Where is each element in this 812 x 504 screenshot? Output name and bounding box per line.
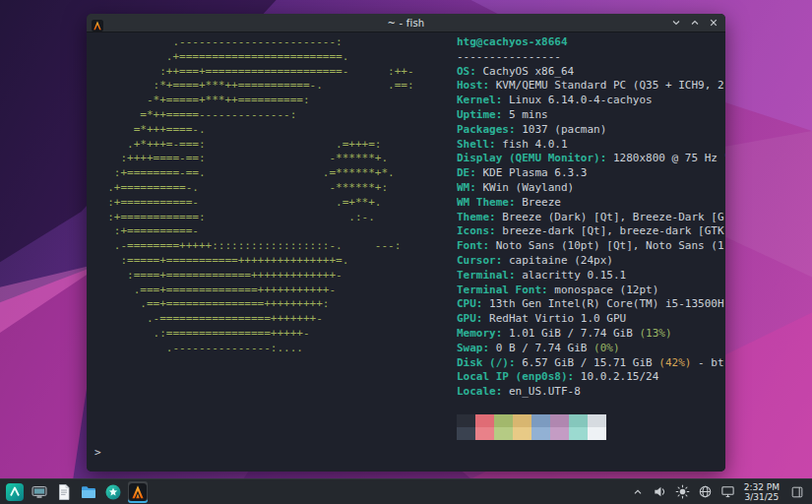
- palette-swatch: [531, 414, 550, 427]
- cachyos-ascii-logo: .------------------------: .+===========…: [94, 35, 457, 356]
- system-monitor-button[interactable]: [30, 481, 49, 503]
- fetch-line: WM: KWin (Wayland): [457, 181, 725, 196]
- app-launcher-button[interactable]: [5, 481, 25, 503]
- software-center-icon: [104, 483, 122, 501]
- fetch-line: Memory: 1.01 GiB / 7.74 GiB (13%): [457, 327, 725, 342]
- display-icon: [720, 484, 735, 499]
- palette-swatch: [550, 414, 569, 427]
- close-icon: [708, 17, 719, 29]
- palette-swatch: [550, 427, 569, 440]
- network-icon: [698, 484, 713, 499]
- fetch-line: CPU: 13th Gen Intel(R) Core(TM) i5-13500…: [457, 297, 725, 312]
- show-desktop-icon: [790, 485, 804, 499]
- fetch-line: Terminal: alacritty 0.15.1: [457, 269, 725, 284]
- file-manager-button[interactable]: [79, 481, 98, 503]
- fetch-line: Display (QEMU Monitor): 1280x800 @ 75 Hz…: [457, 152, 725, 166]
- chevron-down-icon: [670, 17, 682, 29]
- fetch-line: Host: KVM/QEMU Standard PC (Q35 + ICH9, …: [457, 79, 725, 94]
- text-editor-button[interactable]: [54, 481, 74, 503]
- close-button[interactable]: [708, 17, 719, 29]
- software-center-button[interactable]: [103, 481, 123, 503]
- palette-row1: [457, 414, 725, 427]
- fetch-line: DE: KDE Plasma 6.3.3: [457, 166, 725, 181]
- display-settings-button[interactable]: [720, 484, 736, 500]
- palette-swatch: [569, 414, 588, 427]
- palette-swatch: [494, 414, 513, 427]
- taskbar-launchers: [5, 481, 148, 503]
- show-desktop-button[interactable]: [789, 484, 805, 500]
- alacritty-task-icon: [129, 483, 147, 501]
- chevron-up-icon: [689, 17, 701, 29]
- folder-icon: [80, 483, 97, 501]
- window-controls: [670, 14, 719, 32]
- document-icon: [55, 483, 73, 501]
- palette-swatch: [513, 427, 531, 440]
- fetch-line: OS: CachyOS x86_64: [457, 65, 725, 80]
- palette-swatch: [531, 427, 550, 440]
- fetch-line: Theme: Breeze (Dark) [Qt], Breeze-Dark […: [457, 211, 725, 225]
- palette-swatch: [475, 414, 494, 427]
- fetch-line: Disk (/): 6.57 GiB / 15.71 GiB (42%) - b…: [457, 356, 725, 371]
- palette-swatch: [475, 427, 494, 440]
- fetch-line: Swap: 0 B / 7.74 GiB (0%): [457, 342, 725, 356]
- clock[interactable]: 2:32 PM 3/31/25: [744, 482, 780, 502]
- system-monitor-icon: [31, 483, 48, 501]
- palette-swatch: [569, 427, 588, 440]
- tray-expander-button[interactable]: [630, 484, 646, 500]
- fetch-line: Cursor: capitaine (24px): [457, 254, 725, 269]
- color-palette: [457, 414, 725, 440]
- fetch-line: ----------------: [457, 50, 725, 65]
- network-button[interactable]: [698, 484, 714, 500]
- volume-icon: [653, 484, 667, 499]
- taskbar: 2:32 PM 3/31/25: [0, 478, 812, 504]
- palette-swatch: [513, 414, 531, 427]
- shell-prompt: >: [94, 446, 101, 459]
- palette-swatch: [457, 427, 475, 440]
- alacritty-window-icon: [92, 17, 103, 29]
- fetch-line: Shell: fish 4.0.1: [457, 138, 725, 153]
- fetch-line: Local IP (enp0s8): 10.0.2.15/24: [457, 370, 725, 385]
- system-info: htg@cachyos-x8664----------------OS: Cac…: [457, 35, 725, 440]
- palette-swatch: [494, 427, 513, 440]
- prompt-line: >: [94, 446, 725, 461]
- window-titlebar[interactable]: ~ - fish: [87, 14, 725, 32]
- alacritty-task-button[interactable]: [128, 481, 148, 503]
- fetch-line: Font: Noto Sans (10pt) [Qt], Noto Sans (…: [457, 239, 725, 254]
- clock-date: 3/31/25: [744, 492, 780, 502]
- fetch-line: Kernel: Linux 6.14.0-4-cachyos: [457, 94, 725, 108]
- fetch-line: GPU: RedHat Virtio 1.0 GPU: [457, 312, 725, 327]
- volume-button[interactable]: [653, 484, 668, 500]
- fetch-line: Terminal Font: monospace (12pt): [457, 284, 725, 298]
- fetch-line: Icons: breeze-dark [Qt], breeze-dark [GT…: [457, 224, 725, 239]
- fetch-line: Uptime: 5 mins: [457, 108, 725, 123]
- fetch-line: WM Theme: Breeze: [457, 196, 725, 211]
- minimize-button[interactable]: [670, 17, 682, 29]
- fetch-line: Locale: en_US.UTF-8: [457, 385, 725, 400]
- terminal-window: ~ - fish .------------------------: .+==…: [87, 14, 725, 472]
- terminal-content[interactable]: .------------------------: .+===========…: [87, 32, 725, 472]
- maximize-button[interactable]: [689, 17, 701, 29]
- clock-time: 2:32 PM: [744, 482, 780, 492]
- app-launcher-icon: [6, 483, 24, 501]
- fastfetch-output: .------------------------: .+===========…: [94, 35, 725, 440]
- window-title: ~ - fish: [87, 18, 725, 29]
- chevron-up-icon: [631, 485, 645, 499]
- brightness-icon: [675, 484, 690, 499]
- fetch-lines: htg@cachyos-x8664----------------OS: Cac…: [457, 35, 725, 400]
- palette-swatch: [588, 414, 606, 427]
- fetch-line: htg@cachyos-x8664: [457, 35, 725, 50]
- palette-row2: [457, 427, 725, 440]
- system-tray: [630, 484, 736, 500]
- fetch-line: Packages: 1037 (pacman): [457, 123, 725, 138]
- palette-swatch: [457, 414, 475, 427]
- brightness-button[interactable]: [675, 484, 691, 500]
- palette-swatch: [588, 427, 606, 440]
